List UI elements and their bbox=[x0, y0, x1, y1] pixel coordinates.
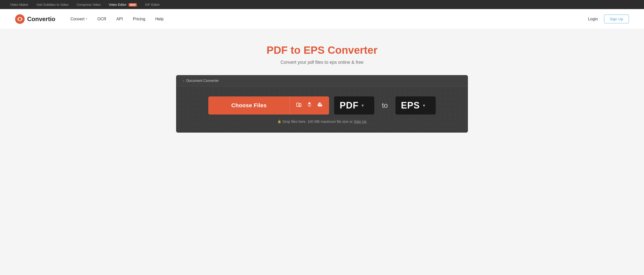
new-badge: NEW bbox=[129, 3, 137, 7]
hero-title: PDF to EPS Converter bbox=[5, 44, 639, 56]
nav-ocr[interactable]: OCR bbox=[97, 17, 106, 21]
converter-controls: Choose Files bbox=[189, 96, 455, 115]
converter-box: ‹ Document Converter Choose Files bbox=[176, 75, 468, 133]
folder-search-icon[interactable] bbox=[296, 102, 302, 109]
svg-point-0 bbox=[15, 14, 25, 24]
chevron-left-icon: ‹ bbox=[183, 79, 184, 83]
logo-text: Convertio bbox=[27, 16, 55, 23]
target-format-label: EPS bbox=[401, 100, 420, 111]
source-format-chevron-icon: ▾ bbox=[361, 103, 364, 108]
logo-icon bbox=[15, 14, 25, 24]
drop-area-text: 🔒 Drop files here. 100 MB maximum file s… bbox=[189, 120, 455, 124]
nav-pricing[interactable]: Pricing bbox=[133, 17, 145, 21]
logo[interactable]: Convertio bbox=[15, 14, 55, 24]
nav-links: Convert ▾ OCR API Pricing Help bbox=[70, 17, 588, 21]
to-label: to bbox=[379, 101, 390, 109]
converter-header: ‹ Document Converter bbox=[176, 75, 468, 86]
nav-api[interactable]: API bbox=[116, 17, 123, 21]
drop-text: Drop files here. 100 MB maximum file siz… bbox=[283, 120, 353, 124]
signup-link[interactable]: Sign Up bbox=[354, 120, 367, 124]
google-drive-icon[interactable] bbox=[317, 102, 323, 109]
topbar-item-compress-video[interactable]: Compress Video bbox=[76, 3, 101, 7]
lock-icon: 🔒 bbox=[277, 120, 281, 123]
source-format-label: PDF bbox=[340, 100, 358, 111]
choose-files-icons bbox=[290, 96, 329, 115]
topbar-item-video-editor[interactable]: Video Editor NEW bbox=[109, 3, 137, 7]
hero-section: PDF to EPS Converter Convert your pdf fi… bbox=[0, 29, 644, 75]
source-format-selector[interactable]: PDF ▾ bbox=[334, 96, 374, 115]
nav-convert[interactable]: Convert ▾ bbox=[70, 17, 87, 21]
topbar-item-gif-editor[interactable]: GIF Editor bbox=[145, 3, 160, 7]
chevron-down-icon: ▾ bbox=[86, 17, 87, 21]
svg-line-4 bbox=[300, 106, 301, 106]
navbar: Convertio Convert ▾ OCR API Pricing Help… bbox=[0, 9, 644, 29]
dropbox-icon[interactable] bbox=[306, 102, 312, 109]
nav-right: Login Sign Up bbox=[588, 15, 629, 23]
hero-subtitle: Convert your pdf files to eps online & f… bbox=[5, 60, 639, 65]
converter-body: Choose Files bbox=[176, 86, 468, 133]
target-format-chevron-icon: ▾ bbox=[423, 103, 425, 108]
topbar-item-video-maker[interactable]: Video Maker bbox=[10, 3, 28, 7]
signup-button[interactable]: Sign Up bbox=[604, 15, 629, 23]
target-format-selector[interactable]: EPS ▾ bbox=[395, 96, 436, 115]
choose-files-button[interactable]: Choose Files bbox=[208, 96, 329, 115]
converter-header-text: Document Converter bbox=[186, 79, 219, 83]
choose-files-label: Choose Files bbox=[208, 102, 290, 109]
nav-help[interactable]: Help bbox=[155, 17, 164, 21]
login-button[interactable]: Login bbox=[588, 17, 598, 21]
converter-wrapper: ‹ Document Converter Choose Files bbox=[171, 75, 473, 133]
topbar-item-add-subtitles[interactable]: Add Subtitles to Video bbox=[36, 3, 69, 7]
topbar: Video Maker Add Subtitles to Video Compr… bbox=[0, 0, 644, 9]
